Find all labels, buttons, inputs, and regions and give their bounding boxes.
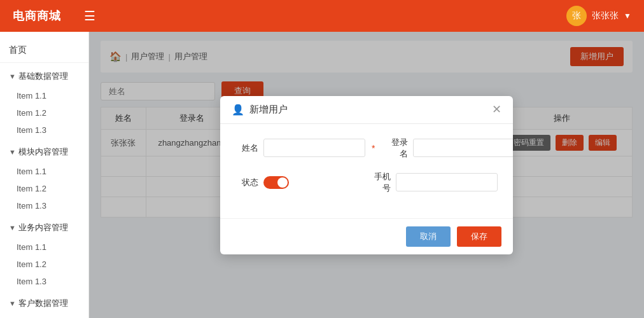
user-add-icon: 👤 [232,104,244,116]
sidebar-item-basic-1[interactable]: Item 1.1 [0,87,88,104]
modal-footer: 取消 保存 [220,218,513,254]
sidebar-item-basic-2[interactable]: Item 1.2 [0,104,88,121]
name-input[interactable] [263,139,365,157]
chevron-down-icon: ▼ [9,224,16,232]
sidebar-group-basic: ▼ 基础数据管理 Item 1.1 Item 1.2 Item 1.3 [0,66,88,139]
form-field-login: 登录名 * [385,137,513,160]
sidebar-item-business-1[interactable]: Item 1.1 [0,238,88,256]
sidebar-item-business-2[interactable]: Item 1.2 [0,256,88,273]
form-row-1: 姓名 * 登录名 * [235,137,498,160]
new-user-modal: 👤 新增用户 ✕ 姓名 * [220,96,513,254]
avatar: 张 [566,6,587,26]
main-layout: 首页 ▼ 基础数据管理 Item 1.1 Item 1.2 Item 1.3 ▼… [0,32,644,318]
sidebar-group-customer: ▼ 客户数据管理 Item 1.1 Item 1.2 Item 1.3 [0,293,88,318]
name-required-star: * [372,143,375,153]
dropdown-arrow-icon[interactable]: ▼ [624,11,631,20]
modal-overlay: 👤 新增用户 ✕ 姓名 * [89,32,644,318]
sidebar-group-module: ▼ 模块内容管理 Item 1.1 Item 1.2 Item 1.3 [0,141,88,214]
chevron-down-icon: ▼ [9,73,16,80]
cancel-button[interactable]: 取消 [406,226,451,247]
login-label: 登录名 [385,137,408,160]
form-field-status: 状态 [235,176,358,189]
main-content: 🏠 | 用户管理 | 用户管理 新增用户 查询 姓名 登录名 手机号 角色 状态 [89,32,644,318]
modal-status-toggle[interactable] [263,176,289,189]
header-username: 张张张 [592,10,619,22]
app-title: 电商商城 [13,8,61,24]
sidebar-item-basic-3[interactable]: Item 1.3 [0,121,88,139]
modal-header: 👤 新增用户 ✕ [220,96,513,124]
status-label: 状态 [235,177,258,188]
sidebar-home[interactable]: 首页 [0,38,88,63]
header-left: 电商商城 ☰ [13,8,95,24]
modal-title: 👤 新增用户 [232,104,288,116]
modal-body: 姓名 * 登录名 * 状态 [220,124,513,218]
name-label: 姓名 [235,142,258,154]
phone-label: 手机号 [368,171,391,194]
form-row-2: 状态 手机号 [235,171,498,194]
sidebar-group-title-business[interactable]: ▼ 业务内容管理 [0,217,88,238]
chevron-down-icon: ▼ [9,148,16,156]
sidebar-group-business: ▼ 业务内容管理 Item 1.1 Item 1.2 Item 1.3 [0,217,88,290]
sidebar-group-title-module[interactable]: ▼ 模块内容管理 [0,141,88,163]
save-button[interactable]: 保存 [457,226,501,247]
sidebar-item-customer-1[interactable]: Item 1.1 [0,314,88,318]
sidebar-item-business-3[interactable]: Item 1.3 [0,273,88,290]
sidebar-group-title-basic[interactable]: ▼ 基础数据管理 [0,66,88,87]
sidebar-item-module-1[interactable]: Item 1.1 [0,163,88,180]
login-input[interactable] [413,139,513,157]
header-user[interactable]: 张 张张张 ▼ [566,6,631,26]
form-field-name: 姓名 * [235,139,375,157]
form-field-phone: 手机号 [368,171,498,194]
modal-toggle-knob [277,177,288,188]
sidebar-item-module-2[interactable]: Item 1.2 [0,180,88,197]
sidebar-group-title-customer[interactable]: ▼ 客户数据管理 [0,293,88,314]
chevron-down-icon: ▼ [9,300,16,307]
modal-close-button[interactable]: ✕ [492,104,501,115]
sidebar-item-module-3[interactable]: Item 1.3 [0,197,88,214]
menu-icon[interactable]: ☰ [84,8,95,24]
app-header: 电商商城 ☰ 张 张张张 ▼ [0,0,644,32]
sidebar: 首页 ▼ 基础数据管理 Item 1.1 Item 1.2 Item 1.3 ▼… [0,32,89,318]
phone-input[interactable] [396,173,498,191]
